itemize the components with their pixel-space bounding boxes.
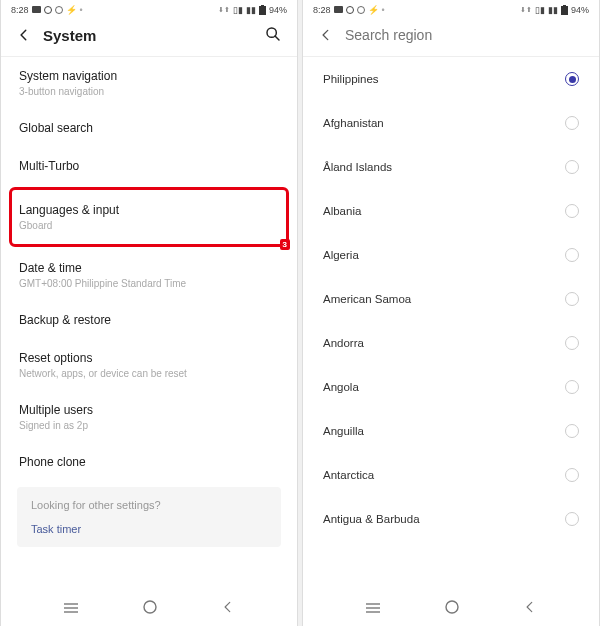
region-item[interactable]: American Samoa <box>303 277 599 321</box>
battery-icon <box>561 5 568 15</box>
svg-rect-4 <box>261 5 264 6</box>
region-label: American Samoa <box>323 293 411 305</box>
region-item[interactable]: Angola <box>303 365 599 409</box>
navbar-left <box>1 592 297 626</box>
menu-reset-options[interactable]: Reset options Network, apps, or device c… <box>1 339 297 391</box>
region-list[interactable]: PhilippinesAfghanistanÅland IslandsAlban… <box>303 57 599 592</box>
region-label: Antarctica <box>323 469 374 481</box>
menu-label: Reset options <box>19 351 279 365</box>
data-icon: ⬇⬆ <box>520 6 532 14</box>
statusbar-right: 8:28 ⚡ • ⬇⬆ ▯▮ ▮▮ 94% <box>303 0 599 18</box>
menu-phone-clone[interactable]: Phone clone <box>1 443 297 481</box>
region-item[interactable]: Albania <box>303 189 599 233</box>
radio-icon[interactable] <box>565 116 579 130</box>
region-item[interactable]: Andorra <box>303 321 599 365</box>
menu-system-navigation[interactable]: System navigation 3-button navigation <box>1 57 297 109</box>
svg-point-1 <box>44 6 51 13</box>
region-label: Algeria <box>323 249 359 261</box>
video-icon <box>334 6 343 13</box>
radio-icon[interactable] <box>565 512 579 526</box>
radio-icon[interactable] <box>565 160 579 174</box>
header-right <box>303 18 599 57</box>
radio-icon[interactable] <box>565 380 579 394</box>
region-label: Anguilla <box>323 425 364 437</box>
nav-back-button[interactable] <box>221 600 235 618</box>
radio-icon[interactable] <box>565 336 579 350</box>
home-button[interactable] <box>142 599 158 619</box>
signal2-icon: ▮▮ <box>548 5 558 15</box>
svg-rect-3 <box>259 6 266 15</box>
svg-point-12 <box>346 6 353 13</box>
info-icon <box>55 6 63 14</box>
menu-sub: GMT+08:00 Philippine Standard Time <box>19 278 279 289</box>
menu-label: Phone clone <box>19 455 279 469</box>
radio-icon[interactable] <box>565 204 579 218</box>
svg-point-2 <box>55 6 62 13</box>
search-region-input[interactable] <box>345 27 585 43</box>
svg-point-10 <box>144 601 156 613</box>
svg-point-13 <box>357 6 364 13</box>
home-button[interactable] <box>444 599 460 619</box>
highlight-box: 3 <box>9 187 289 247</box>
menu-sub: Gboard <box>19 220 279 231</box>
region-label: Antigua & Barbuda <box>323 513 420 525</box>
region-item[interactable]: Philippines <box>303 57 599 101</box>
menu-label: Backup & restore <box>19 313 279 327</box>
search-icon[interactable] <box>265 26 283 44</box>
region-label: Åland Islands <box>323 161 392 173</box>
suggestion-box: Looking for other settings? Task timer <box>17 487 281 547</box>
status-time: 8:28 <box>313 5 331 15</box>
menu-multiple-users[interactable]: Multiple users Signed in as 2p <box>1 391 297 443</box>
region-item[interactable]: Antigua & Barbuda <box>303 497 599 541</box>
suggestion-link[interactable]: Task timer <box>31 523 267 535</box>
page-title: System <box>43 27 265 44</box>
region-item[interactable]: Åland Islands <box>303 145 599 189</box>
data-icon: ⬇⬆ <box>218 6 230 14</box>
svg-rect-14 <box>561 6 568 15</box>
menu-date-time[interactable]: Date & time GMT+08:00 Philippine Standar… <box>1 249 297 301</box>
battery-pct: 94% <box>571 5 589 15</box>
menu-sub: Signed in as 2p <box>19 420 279 431</box>
battery-pct: 94% <box>269 5 287 15</box>
signal2-icon: ▮▮ <box>246 5 256 15</box>
navbar-right <box>303 592 599 626</box>
region-label: Albania <box>323 205 361 217</box>
phone-left: 8:28 ⚡ • ⬇⬆ ▯▮ ▮▮ 94% System System navi… <box>0 0 298 626</box>
back-button[interactable] <box>317 26 335 44</box>
system-list: System navigation 3-button navigation Gl… <box>1 57 297 592</box>
region-item[interactable]: Algeria <box>303 233 599 277</box>
region-item[interactable]: Anguilla <box>303 409 599 453</box>
nav-back-button[interactable] <box>523 600 537 618</box>
menu-sub: 3-button navigation <box>19 86 279 97</box>
menu-label: System navigation <box>19 69 279 83</box>
menu-backup-restore[interactable]: Backup & restore <box>1 301 297 339</box>
header-left: System <box>1 18 297 57</box>
region-label: Angola <box>323 381 359 393</box>
region-item[interactable]: Afghanistan <box>303 101 599 145</box>
menu-global-search[interactable]: Global search <box>1 109 297 147</box>
info-icon <box>357 6 365 14</box>
recent-apps-button[interactable] <box>63 600 79 618</box>
menu-label: Global search <box>19 121 279 135</box>
svg-rect-11 <box>334 6 343 13</box>
menu-languages-input[interactable]: Languages & input Gboard 3 <box>1 191 297 243</box>
svg-rect-0 <box>32 6 41 13</box>
signal-icon: ▯▮ <box>535 5 545 15</box>
back-button[interactable] <box>15 26 33 44</box>
svg-line-6 <box>275 36 279 40</box>
menu-multi-turbo[interactable]: Multi-Turbo <box>1 147 297 185</box>
radio-icon[interactable] <box>565 72 579 86</box>
region-label: Philippines <box>323 73 379 85</box>
menu-label: Languages & input <box>19 203 279 217</box>
region-item[interactable]: Antarctica <box>303 453 599 497</box>
statusbar-left: 8:28 ⚡ • ⬇⬆ ▯▮ ▮▮ 94% <box>1 0 297 18</box>
status-time: 8:28 <box>11 5 29 15</box>
radio-icon[interactable] <box>565 292 579 306</box>
phone-right: 8:28 ⚡ • ⬇⬆ ▯▮ ▮▮ 94% PhilippinesAfghani… <box>302 0 600 626</box>
recent-apps-button[interactable] <box>365 600 381 618</box>
radio-icon[interactable] <box>565 468 579 482</box>
radio-icon[interactable] <box>565 424 579 438</box>
messenger-icon <box>346 6 354 14</box>
radio-icon[interactable] <box>565 248 579 262</box>
video-icon <box>32 6 41 13</box>
